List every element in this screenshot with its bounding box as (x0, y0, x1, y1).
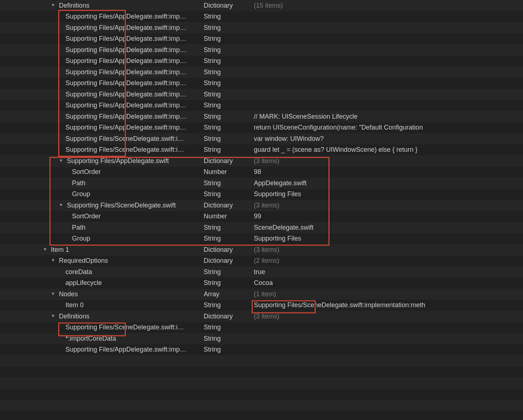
type-cell[interactable]: String (204, 344, 254, 355)
key-cell[interactable]: Path (0, 178, 204, 189)
type-cell[interactable]: String (204, 322, 254, 333)
value-cell[interactable]: AppDelegate.swift (254, 178, 523, 189)
type-cell[interactable]: Number (204, 166, 254, 178)
table-row[interactable]: PathStringSceneDelegate.swift (0, 222, 523, 233)
table-row[interactable]: Supporting Files/AppDelegate.swift:imp…S… (0, 89, 523, 100)
key-cell[interactable]: coreData (0, 266, 204, 278)
disclosure-triangle-icon[interactable] (51, 255, 57, 266)
table-row[interactable]: Supporting Files/AppDelegate.swift:imp…S… (0, 22, 523, 33)
table-row[interactable]: RequiredOptionsDictionary(2 items) (0, 255, 523, 267)
key-cell[interactable]: Supporting Files/SceneDelegate.swift (0, 200, 204, 211)
table-row[interactable]: coreDataStringtrue (0, 266, 523, 278)
key-cell[interactable]: Definitions (0, 0, 204, 11)
type-cell[interactable]: String (204, 300, 254, 311)
key-cell[interactable]: Supporting Files/AppDelegate.swift:imp… (0, 55, 204, 67)
type-cell[interactable]: Dictionary (204, 244, 254, 255)
type-cell[interactable]: String (204, 55, 254, 67)
value-cell[interactable]: SceneDelegate.swift (254, 222, 523, 233)
table-row[interactable]: Supporting Files/AppDelegate.swiftDictio… (0, 155, 523, 167)
value-cell[interactable]: (1 item) (254, 289, 523, 300)
value-cell[interactable]: (2 items) (254, 255, 523, 266)
key-cell[interactable]: Supporting Files/AppDelegate.swift (0, 155, 204, 167)
type-cell[interactable]: String (204, 233, 254, 244)
type-cell[interactable]: String (204, 189, 254, 200)
key-cell[interactable]: Supporting Files/AppDelegate.swift:imp… (0, 100, 204, 111)
table-row[interactable]: SortOrderNumber99 (0, 211, 523, 222)
type-cell[interactable]: String (204, 144, 254, 155)
value-cell[interactable]: true (254, 266, 523, 278)
table-row[interactable]: Supporting Files/AppDelegate.swift:imp…S… (0, 67, 523, 78)
key-cell[interactable]: Supporting Files/AppDelegate.swift:imp… (0, 11, 204, 22)
value-cell[interactable]: (3 items) (254, 244, 523, 255)
key-cell[interactable]: Supporting Files/AppDelegate.swift:imp… (0, 122, 204, 133)
key-cell[interactable]: Supporting Files/AppDelegate.swift:imp… (0, 44, 204, 56)
type-cell[interactable]: String (204, 178, 254, 189)
value-cell[interactable]: (15 items) (254, 0, 523, 11)
value-cell[interactable]: 99 (254, 211, 523, 222)
type-cell[interactable]: Dictionary (204, 155, 254, 167)
key-cell[interactable]: Supporting Files/AppDelegate.swift:imp… (0, 33, 204, 44)
key-cell[interactable]: appLifecycle (0, 277, 204, 289)
type-cell[interactable]: String (204, 100, 254, 111)
type-cell[interactable]: String (204, 277, 254, 289)
table-row[interactable]: Supporting Files/AppDelegate.swift:imp…S… (0, 111, 523, 122)
key-cell[interactable]: Group (0, 189, 204, 200)
key-cell[interactable]: Supporting Files/SceneDelegate.swift:i… (0, 144, 204, 155)
type-cell[interactable]: String (204, 266, 254, 278)
value-cell[interactable]: 98 (254, 166, 523, 178)
table-row[interactable]: DefinitionsDictionary(3 items) (0, 311, 523, 322)
table-row[interactable]: Supporting Files/AppDelegate.swift:imp…S… (0, 44, 523, 56)
value-cell[interactable]: Supporting Files (254, 233, 523, 244)
disclosure-triangle-icon[interactable] (51, 311, 57, 322)
type-cell[interactable]: Dictionary (204, 255, 254, 266)
value-cell[interactable]: // MARK: UISceneSession Lifecycle (254, 111, 523, 122)
type-cell[interactable]: String (204, 122, 254, 133)
type-cell[interactable]: String (204, 22, 254, 33)
disclosure-triangle-icon[interactable] (43, 244, 49, 255)
table-row[interactable]: Item 0StringSupporting Files/SceneDelega… (0, 300, 523, 311)
type-cell[interactable]: String (204, 89, 254, 100)
key-cell[interactable]: Item 1 (0, 244, 204, 255)
table-row[interactable]: DefinitionsDictionary(15 items) (0, 0, 523, 11)
table-row[interactable]: Supporting Files/AppDelegate.swift:imp…S… (0, 11, 523, 23)
type-cell[interactable]: Number (204, 211, 254, 222)
type-cell[interactable]: String (204, 133, 254, 144)
value-cell[interactable]: var window: UIWindow? (254, 133, 523, 144)
table-row[interactable]: GroupStringSupporting Files (0, 233, 523, 245)
table-row[interactable]: Supporting Files/AppDelegate.swift:imp…S… (0, 78, 523, 89)
type-cell[interactable]: Dictionary (204, 311, 254, 322)
key-cell[interactable]: Supporting Files/AppDelegate.swift:imp… (0, 78, 204, 89)
table-row[interactable]: appLifecycleStringCocoa (0, 278, 523, 289)
table-row[interactable]: Supporting Files/SceneDelegate.swift:i…S… (0, 144, 523, 156)
value-cell[interactable]: Supporting Files (254, 189, 523, 200)
value-cell[interactable]: return UISceneConfiguration(name: "Defau… (254, 122, 523, 133)
key-cell[interactable]: Nodes (0, 289, 204, 300)
table-row[interactable]: Supporting Files/AppDelegate.swift:imp…S… (0, 100, 523, 111)
table-row[interactable]: Supporting Files/SceneDelegate.swift:i…S… (0, 322, 523, 333)
table-row[interactable]: Supporting Files/SceneDelegate.swift:i…S… (0, 133, 523, 144)
key-cell[interactable]: SortOrder (0, 166, 204, 178)
key-cell[interactable]: Supporting Files/AppDelegate.swift:imp… (0, 89, 204, 100)
table-row[interactable]: Supporting Files/AppDelegate.swift:imp…S… (0, 56, 523, 67)
table-row[interactable]: Supporting Files/AppDelegate.swift:imp…S… (0, 344, 523, 356)
table-row[interactable]: Supporting Files/AppDelegate.swift:imp…S… (0, 33, 523, 45)
key-cell[interactable]: Supporting Files/AppDelegate.swift:imp… (0, 22, 204, 33)
disclosure-triangle-icon[interactable] (59, 200, 65, 211)
table-row[interactable]: *:importCoreDataString (0, 333, 523, 344)
plist-outline-view[interactable]: DefinitionsDictionary(15 items)Supportin… (0, 0, 523, 420)
value-cell[interactable]: (3 items) (254, 200, 523, 211)
type-cell[interactable]: String (204, 44, 254, 56)
key-cell[interactable]: Supporting Files/SceneDelegate.swift:i… (0, 322, 204, 333)
type-cell[interactable]: Dictionary (204, 0, 254, 11)
key-cell[interactable]: Supporting Files/AppDelegate.swift:imp… (0, 111, 204, 122)
disclosure-triangle-icon[interactable] (51, 289, 57, 300)
type-cell[interactable]: String (204, 333, 254, 344)
table-row[interactable]: GroupStringSupporting Files (0, 189, 523, 200)
value-cell[interactable]: Cocoa (254, 277, 523, 289)
key-cell[interactable]: *:importCoreData (0, 333, 204, 344)
disclosure-triangle-icon[interactable] (59, 155, 65, 166)
table-row[interactable]: PathStringAppDelegate.swift (0, 178, 523, 189)
table-row[interactable]: NodesArray(1 item) (0, 289, 523, 300)
type-cell[interactable]: String (204, 33, 254, 44)
type-cell[interactable]: String (204, 78, 254, 89)
